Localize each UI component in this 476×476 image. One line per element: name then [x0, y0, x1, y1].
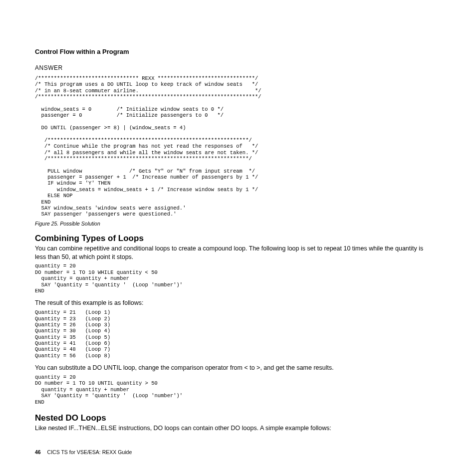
para-combining-intro: You can combine repetitive and condition…: [35, 244, 432, 261]
answer-label: ANSWER: [35, 64, 432, 71]
page: Control Flow within a Program ANSWER /**…: [0, 0, 476, 476]
footer-title: CICS TS for VSE/ESA: REXX Guide: [47, 449, 132, 455]
page-number: 46: [35, 449, 41, 455]
code-block-do-while: quantity = 20 DO number = 1 TO 10 WHILE …: [35, 263, 432, 294]
heading-combining-loops: Combining Types of Loops: [35, 234, 432, 243]
para-nested-intro: Like nested IF...THEN...ELSE instruction…: [35, 424, 432, 433]
running-header: Control Flow within a Program: [35, 48, 432, 55]
page-footer: 46 CICS TS for VSE/ESA: REXX Guide: [35, 449, 132, 455]
code-block-output: Quantity = 21 (Loop 1) Quantity = 23 (Lo…: [35, 309, 432, 359]
heading-nested-do: Nested DO Loops: [35, 413, 432, 423]
code-block-do-until: /******************************** REXX *…: [35, 75, 432, 218]
para-result-label: The result of this example is as follows…: [35, 299, 432, 307]
para-substitute: You can substitute a DO UNTIL loop, chan…: [35, 364, 432, 372]
figure-caption: Figure 25. Possible Solution: [35, 221, 432, 227]
code-block-do-until-2: quantity = 20 DO number = 1 TO 10 UNTIL …: [35, 374, 432, 405]
